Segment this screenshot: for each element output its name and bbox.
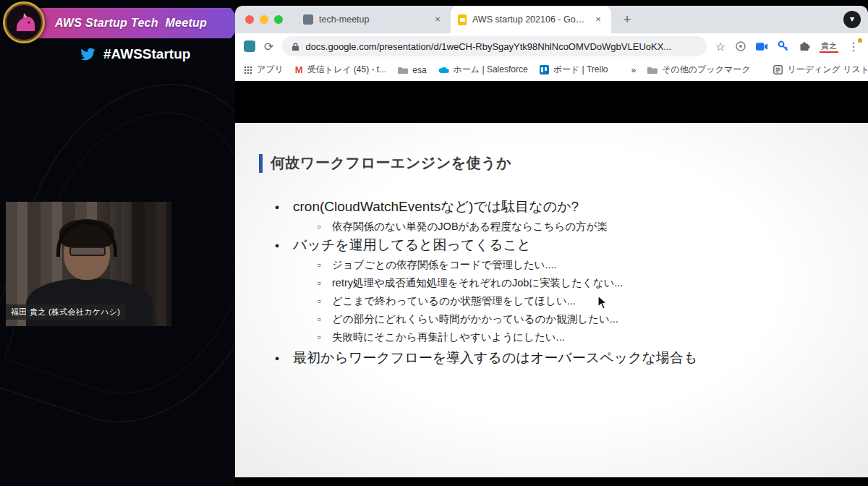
tab-strip-menu-button[interactable]: ▾: [843, 11, 861, 28]
twitter-icon: [78, 46, 97, 62]
bookmark-label: esa: [412, 65, 426, 75]
kebab-menu-icon[interactable]: ⋮: [848, 40, 859, 53]
bullet-text: 最初からワークフローを導入するのはオーバースペックな場合も: [293, 349, 697, 367]
bullet-item: ○ ジョブごとの依存関係をコードで管理したい....: [271, 256, 835, 274]
unicorn-icon: [9, 8, 38, 37]
title-accent-bar: [259, 154, 263, 173]
other-bookmarks-button[interactable]: その他のブックマーク: [647, 64, 750, 76]
unicorn-logo-icon: [3, 1, 45, 43]
browser-menu[interactable]: ⋮: [848, 40, 859, 54]
bullet-marker: ○: [315, 256, 323, 274]
event-banner-title: AWS Startup Tech Meetup: [55, 17, 207, 30]
stream-frame: AWS Startup Tech Meetup #AWSStartup 福田 貴…: [0, 0, 868, 486]
stream-left-panel: AWS Startup Tech Meetup #AWSStartup 福田 貴…: [0, 0, 235, 486]
tab-strip: tech-meetup × AWS startup 202106 - Googl…: [235, 6, 868, 33]
tab-aws-startup-slides[interactable]: AWS startup 202106 - Google ×: [451, 6, 611, 33]
reading-list-icon: [773, 65, 783, 74]
bullet-item: ● バッチを運用してると困ってくること: [271, 236, 835, 255]
bookmark-gmail-inbox[interactable]: M 受信トレイ (45) - t...: [295, 64, 386, 76]
bullet-text: どこまで終わっているのか状態管理をしてほしい...: [332, 292, 576, 310]
bullet-marker: ○: [315, 328, 323, 346]
hashtag-row: #AWSStartup: [78, 46, 190, 62]
bullet-marker: ○: [315, 218, 323, 236]
camera-icon[interactable]: [756, 42, 768, 51]
address-bar[interactable]: docs.google.com/presentation/d/1weCH-Rby…: [282, 36, 706, 56]
bookmarks-bar: アプリ M 受信トレイ (45) - t... esa ホーム | Salesf…: [235, 59, 868, 81]
browser-toolbar: ⟳ docs.google.com/presentation/d/1weCH-R…: [235, 33, 868, 59]
minimize-window-button[interactable]: [260, 15, 268, 24]
target-icon[interactable]: [735, 40, 746, 52]
bookmark-esa[interactable]: esa: [398, 65, 426, 75]
bookmark-label: 受信トレイ (45) - t...: [307, 64, 387, 76]
bullet-item: ○ どこまで終わっているのか状態管理をしてほしい...: [271, 292, 835, 310]
url-text: docs.google.com/presentation/d/1weCH-Rby…: [305, 41, 671, 52]
bookmarks-overflow-button[interactable]: »: [631, 65, 637, 75]
bullet-marker: ○: [315, 274, 323, 292]
event-hashtag: #AWSStartup: [103, 46, 190, 62]
apps-grid-icon: [244, 66, 252, 74]
bookmark-star-icon[interactable]: ☆: [715, 40, 726, 54]
bullet-item: ● cron(CloudWatchEventsなど)では駄目なのか?: [271, 197, 835, 216]
bullet-item: ○ 依存関係のない単発のJOBがある程度ならこちらの方が楽: [271, 218, 835, 236]
bullet-item: ○ retry処理や成否通知処理をそれぞれのJobに実装したくない...: [271, 274, 835, 292]
glasses-icon: [69, 247, 106, 256]
bookmark-label: ボード | Trello: [553, 64, 608, 76]
presenter-webcam: 福田 貴之 (株式会社カケハシ): [6, 202, 171, 326]
new-tab-button[interactable]: +: [618, 11, 636, 28]
bullet-text: cron(CloudWatchEventsなど)では駄目なのか?: [293, 197, 579, 216]
key-icon[interactable]: [778, 40, 789, 52]
bookmark-apps[interactable]: アプリ: [244, 64, 284, 76]
slide-bullet-list: ● cron(CloudWatchEventsなど)では駄目なのか? ○ 依存関…: [271, 197, 835, 369]
trello-icon: [540, 65, 549, 74]
bullet-marker: ○: [315, 292, 323, 310]
browser-viewport: 何故ワークフローエンジンを使うか ● cron(CloudWatchEvents…: [235, 81, 868, 479]
tab-label: tech-meetup: [319, 14, 426, 25]
gmail-icon: M: [295, 65, 303, 74]
tab-favicon: [303, 14, 313, 25]
slide-title: 何故ワークフローエンジンを使うか: [271, 153, 511, 173]
bullet-item: ● 最初からワークフローを導入するのはオーバースペックな場合も: [271, 349, 835, 367]
bullet-marker: ●: [271, 197, 283, 216]
window-controls: [245, 15, 283, 24]
puzzle-icon[interactable]: [799, 40, 810, 52]
chrome-browser-window: tech-meetup × AWS startup 202106 - Googl…: [235, 6, 868, 479]
bullet-text: 失敗時にそこから再集計しやすいようにしたい...: [332, 328, 565, 346]
close-tab-icon[interactable]: ×: [432, 14, 443, 25]
other-bookmarks-label: その他のブックマーク: [662, 64, 750, 76]
bullet-text: ジョブごとの依存関係をコードで管理したい....: [332, 256, 557, 274]
reading-list-button[interactable]: リーディング リスト: [773, 64, 868, 76]
google-slides-icon: [458, 14, 467, 25]
close-window-button[interactable]: [245, 15, 254, 24]
profile-avatar[interactable]: 貴之: [820, 40, 838, 53]
bullet-item: ○ 失敗時にそこから再集計しやすいようにしたい...: [271, 328, 835, 346]
bullet-text: retry処理や成否通知処理をそれぞれのJobに実装したくない...: [332, 274, 623, 292]
bookmark-salesforce[interactable]: ホーム | Salesforce: [438, 64, 528, 76]
salesforce-cloud-icon: [438, 66, 449, 74]
bookmark-label: ホーム | Salesforce: [454, 64, 528, 76]
tab-label: AWS startup 202106 - Google: [472, 14, 587, 25]
update-badge: [858, 38, 862, 43]
bullet-text: バッチを運用してると困ってくること: [293, 236, 531, 255]
bullet-marker: ●: [271, 349, 283, 367]
bookmark-trello[interactable]: ボード | Trello: [540, 64, 608, 76]
close-tab-icon[interactable]: ×: [592, 14, 604, 25]
fullscreen-window-button[interactable]: [274, 15, 283, 24]
reading-list-label: リーディング リスト: [787, 64, 868, 76]
bullet-text: どの部分にどれくらい時間がかかっているのか観測したい...: [332, 310, 618, 328]
bullet-text: 依存関係のない単発のJOBがある程度ならこちらの方が楽: [332, 218, 608, 236]
presentation-slide: 何故ワークフローエンジンを使うか ● cron(CloudWatchEvents…: [235, 123, 868, 477]
mouse-cursor: [597, 295, 608, 310]
extension-app-icon[interactable]: [244, 40, 255, 52]
tab-tech-meetup[interactable]: tech-meetup ×: [296, 6, 451, 33]
slide-title-block: 何故ワークフローエンジンを使うか: [259, 153, 511, 173]
bookmark-label: アプリ: [257, 64, 284, 76]
reload-icon[interactable]: ⟳: [264, 40, 273, 54]
lock-icon: [292, 42, 299, 51]
folder-icon: [647, 66, 658, 74]
toolbar-actions: ☆ 貴之: [715, 40, 859, 54]
presenter-name-tag: 福田 貴之 (株式会社カケハシ): [6, 304, 125, 320]
bullet-item: ○ どの部分にどれくらい時間がかかっているのか観測したい...: [271, 310, 835, 328]
bullet-marker: ●: [271, 236, 283, 255]
folder-icon: [398, 66, 408, 74]
event-banner: AWS Startup Tech Meetup: [36, 8, 235, 38]
